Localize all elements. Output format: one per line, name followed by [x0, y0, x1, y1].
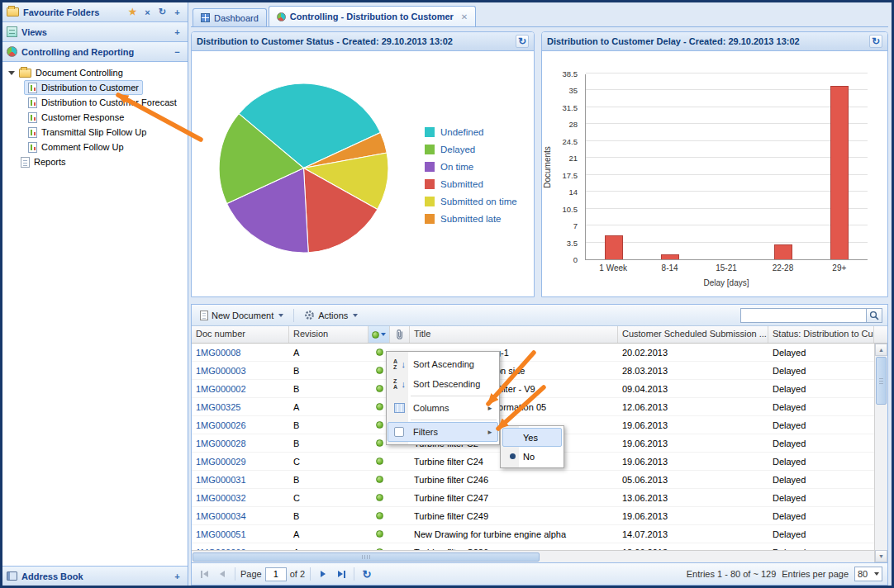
- tree-item[interactable]: Transmittal Slip Follow Up: [24, 125, 150, 140]
- submenu-item-yes[interactable]: Yes: [502, 428, 562, 447]
- table-row[interactable]: 1MG000034BTurbine filter C24919.06.2013D…: [192, 507, 874, 525]
- doc-number-link[interactable]: 1MG000031: [192, 471, 289, 488]
- first-page-button[interactable]: [197, 567, 212, 581]
- favourite-folders-header[interactable]: Favourite Folders ★ × ↻ +: [2, 2, 188, 22]
- table-row[interactable]: 1MG00008Ag-120.02.2013Delayed: [192, 344, 874, 362]
- column-header-attachment[interactable]: [390, 326, 410, 343]
- bar[interactable]: [661, 254, 679, 259]
- menu-item-sort-descending[interactable]: ZA↓ Sort Descending: [388, 374, 498, 394]
- tab-dashboard[interactable]: Dashboard: [193, 8, 267, 26]
- last-page-button[interactable]: [334, 567, 349, 581]
- revision-cell: A: [289, 344, 369, 361]
- doc-number-link[interactable]: 1MG000002: [192, 380, 289, 397]
- tree-item-reports[interactable]: Reports: [2, 154, 188, 169]
- expand-address-book-icon[interactable]: +: [171, 570, 183, 582]
- controlling-tab-icon: [277, 12, 286, 21]
- grid-header-row: Doc number Revision Title Customer Sched…: [192, 326, 887, 344]
- table-row[interactable]: 1MG000031BTurbine filter C24605.06.2013D…: [192, 471, 874, 489]
- column-header-doc-number[interactable]: Doc number: [192, 326, 289, 343]
- y-tick-label: 38.5: [563, 69, 578, 78]
- collapse-icon[interactable]: −: [171, 45, 183, 58]
- table-row[interactable]: 1MG00325Aformation 0512.06.2013Delayed: [192, 398, 874, 416]
- scheduled-date-cell: 09.04.2013: [618, 380, 768, 397]
- column-header-status-dot[interactable]: [369, 326, 390, 343]
- bar[interactable]: [605, 235, 623, 259]
- address-book-header[interactable]: Address Book +: [2, 566, 188, 586]
- tab-controlling-distribution[interactable]: Controlling - Distribution to Customer ✕: [269, 6, 476, 26]
- new-document-button[interactable]: New Document: [195, 308, 288, 323]
- close-icon[interactable]: ×: [141, 6, 154, 18]
- refresh-icon[interactable]: ↻: [516, 35, 529, 48]
- column-header-status[interactable]: Status: Distribution to Cust...: [768, 326, 874, 343]
- refresh-icon[interactable]: ↻: [156, 6, 169, 18]
- column-header-title[interactable]: Title: [410, 326, 618, 343]
- tree-item[interactable]: Distribution to Customer Forecast: [24, 95, 181, 110]
- doc-number-link[interactable]: 1MG000029: [192, 453, 289, 470]
- horizontal-scrollbar[interactable]: [192, 550, 874, 562]
- submenu-item-no[interactable]: No: [502, 447, 562, 466]
- doc-number-link[interactable]: 1MG00325: [192, 398, 289, 415]
- revision-cell: B: [289, 434, 369, 452]
- tab-close-icon[interactable]: ✕: [461, 12, 468, 21]
- column-header-revision[interactable]: Revision: [289, 326, 369, 343]
- doc-number-link[interactable]: 1MG000032: [192, 489, 289, 506]
- entries-summary: Entries 1 - 80 of ~ 129: [687, 569, 777, 579]
- x-tick-label: 29+: [811, 263, 868, 273]
- views-header[interactable]: Views +: [2, 22, 188, 42]
- column-header-customer-scheduled[interactable]: Customer Scheduled Submission ...: [618, 326, 768, 343]
- paging-separator: [235, 567, 235, 581]
- table-row[interactable]: 1MG000002BFilter - V909.04.2013Delayed: [192, 380, 874, 398]
- controlling-reporting-header[interactable]: Controlling and Reporting −: [2, 42, 188, 62]
- entries-per-page-select[interactable]: 80: [854, 567, 882, 581]
- delay-panel-title: Distribution to Customer Delay - Created…: [547, 36, 800, 46]
- report-icon: [21, 157, 30, 168]
- attachment-cell: [390, 471, 410, 488]
- x-tick-label: 8-14: [641, 263, 697, 273]
- refresh-icon[interactable]: ↻: [359, 567, 374, 581]
- vertical-scroll-track[interactable]: [875, 356, 887, 550]
- doc-number-link[interactable]: 1MG00008: [192, 344, 289, 361]
- search-button[interactable]: [866, 308, 882, 323]
- page-number-input[interactable]: [265, 567, 287, 581]
- status-dot-cell: [369, 471, 390, 488]
- filter-checkbox-icon[interactable]: [392, 427, 407, 437]
- actions-button[interactable]: Actions: [299, 307, 363, 323]
- next-page-button[interactable]: [316, 567, 330, 581]
- scroll-up-icon[interactable]: ▲: [875, 344, 887, 356]
- tree-item[interactable]: Customer Response: [24, 110, 128, 125]
- vertical-scrollbar[interactable]: ▲ ▼: [874, 344, 887, 562]
- expander-icon[interactable]: [8, 71, 15, 75]
- menu-item-sort-ascending[interactable]: AZ↓ Sort Ascending: [388, 354, 498, 374]
- doc-number-link[interactable]: 1MG000003: [192, 362, 289, 379]
- paging-separator: [310, 567, 311, 581]
- bar[interactable]: [830, 86, 849, 259]
- tree-item[interactable]: Comment Follow Up: [24, 140, 128, 154]
- legend-swatch: [425, 145, 435, 154]
- star-icon[interactable]: ★: [126, 6, 139, 18]
- expand-views-icon[interactable]: +: [171, 26, 183, 38]
- tab-controlling-label: Controlling - Distribution to Customer: [290, 12, 454, 21]
- table-row[interactable]: 1MG000003Bon side28.03.2013Delayed: [192, 362, 874, 380]
- horizontal-scroll-thumb[interactable]: [193, 552, 540, 562]
- menu-item-columns[interactable]: Columns ►: [388, 398, 498, 418]
- doc-number-link[interactable]: 1MG000028: [192, 434, 289, 452]
- menu-item-filters[interactable]: Filters ►: [388, 422, 498, 442]
- doc-number-link[interactable]: 1MG000051: [192, 525, 289, 543]
- bar[interactable]: [774, 244, 792, 259]
- column-menu-icon[interactable]: [381, 333, 386, 336]
- tree-item-document-controlling[interactable]: Document Controlling: [2, 65, 188, 80]
- table-row[interactable]: 1MG000032CTurbine filter C24713.06.2013D…: [192, 489, 874, 507]
- document-chart-icon: [28, 112, 37, 123]
- bar-plot: [585, 74, 868, 260]
- previous-page-button[interactable]: [215, 567, 230, 581]
- tree-item[interactable]: Distribution to Customer: [24, 80, 143, 95]
- refresh-icon[interactable]: ↻: [869, 35, 882, 48]
- table-row[interactable]: 1MG000051ANew Drawing for turbine engine…: [192, 525, 874, 543]
- scroll-down-icon[interactable]: ▼: [875, 550, 887, 562]
- doc-number-link[interactable]: 1MG000034: [192, 507, 289, 524]
- y-tick-label: 35: [568, 86, 578, 95]
- search-input[interactable]: [740, 308, 866, 323]
- vertical-scroll-thumb[interactable]: [876, 357, 887, 405]
- add-icon[interactable]: +: [171, 6, 183, 18]
- doc-number-link[interactable]: 1MG000026: [192, 416, 289, 434]
